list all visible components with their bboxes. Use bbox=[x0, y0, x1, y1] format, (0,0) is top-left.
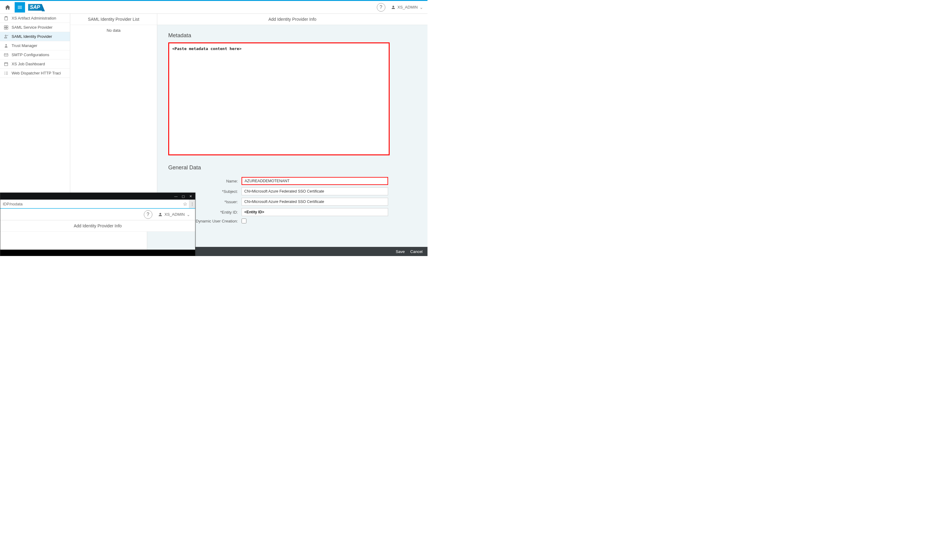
general-data-form: Name: Subject: Issuer: Entity ID: Dynami… bbox=[168, 177, 388, 223]
save-button[interactable]: Save bbox=[396, 249, 405, 254]
network-icon bbox=[4, 71, 9, 76]
bookmark-star-icon[interactable]: ☆ bbox=[181, 201, 189, 207]
sidebar-item-saml-idp[interactable]: SAML Identity Provider bbox=[0, 32, 70, 41]
help-button[interactable]: ? bbox=[377, 3, 385, 12]
user-check-icon bbox=[4, 34, 9, 39]
issuer-input[interactable] bbox=[242, 198, 388, 206]
home-button[interactable] bbox=[2, 2, 13, 12]
maximize-button[interactable]: ▢ bbox=[180, 194, 186, 198]
user-menu[interactable]: XS_ADMIN ⌄ bbox=[389, 5, 425, 10]
user-name-label: XS_ADMIN bbox=[397, 5, 418, 9]
overlay-app-header: ? XS_ADMIN ⌄ bbox=[0, 209, 195, 220]
user-icon bbox=[391, 5, 396, 10]
idp-list-empty: No data bbox=[70, 25, 157, 36]
sidebar-item-trust-manager[interactable]: Trust Manager bbox=[0, 41, 70, 50]
user-icon bbox=[158, 212, 163, 217]
sidebar-item-xs-artifact[interactable]: XS Artifact Administration bbox=[0, 14, 70, 23]
content-panel: Add Identity Provider Info Metadata Gene… bbox=[157, 14, 428, 247]
metadata-textarea[interactable] bbox=[168, 42, 390, 155]
question-icon: ? bbox=[380, 5, 382, 10]
sidebar-item-label: XS Job Dashboard bbox=[12, 62, 45, 66]
subject-input[interactable] bbox=[242, 188, 388, 195]
overlay-address-bar: ☆ ⋮ bbox=[0, 200, 195, 209]
user-icon bbox=[4, 43, 9, 48]
home-icon bbox=[5, 4, 11, 10]
content-title: Add Identity Provider Info bbox=[157, 14, 428, 25]
name-label: Name: bbox=[168, 179, 242, 183]
app-header: SAP ? XS_ADMIN ⌄ bbox=[0, 1, 428, 14]
metadata-section-title: Metadata bbox=[168, 32, 416, 39]
clipboard-icon bbox=[4, 16, 9, 21]
menu-toggle-button[interactable] bbox=[15, 2, 25, 12]
sap-logo: SAP bbox=[28, 4, 42, 11]
chevron-down-icon: ⌄ bbox=[186, 212, 190, 217]
overlay-footer-bar bbox=[0, 250, 195, 256]
overlay-body bbox=[0, 231, 195, 250]
sidebar-item-label: SAML Identity Provider bbox=[12, 34, 52, 39]
sidebar-item-label: SMTP Configurations bbox=[12, 52, 49, 57]
general-data-section-title: General Data bbox=[168, 165, 416, 171]
entity-id-input[interactable] bbox=[242, 208, 388, 216]
close-button[interactable]: ✕ bbox=[187, 194, 194, 198]
grid-icon bbox=[4, 25, 9, 30]
sidebar-item-web-dispatcher[interactable]: Web Dispatcher HTTP Traci bbox=[0, 69, 70, 78]
question-icon: ? bbox=[146, 212, 149, 217]
sidebar-item-label: Trust Manager bbox=[12, 43, 37, 48]
name-input[interactable] bbox=[242, 177, 388, 185]
sidebar-item-label: XS Artifact Administration bbox=[12, 16, 56, 20]
overlay-user-menu[interactable]: XS_ADMIN ⌄ bbox=[156, 212, 192, 217]
calendar-icon bbox=[4, 62, 9, 66]
cancel-button[interactable]: Cancel bbox=[410, 249, 423, 254]
overlay-user-name-label: XS_ADMIN bbox=[165, 212, 185, 217]
footer-bar: Save Cancel bbox=[196, 247, 428, 256]
overlay-window: — ▢ ✕ ☆ ⋮ ? XS_ADMIN ⌄ Add Identity Prov… bbox=[0, 192, 196, 256]
mail-icon bbox=[4, 52, 9, 57]
chevron-down-icon: ⌄ bbox=[419, 5, 423, 10]
browser-menu-icon[interactable]: ⋮ bbox=[189, 200, 195, 208]
sidebar-item-xs-job[interactable]: XS Job Dashboard bbox=[0, 60, 70, 69]
sidebar-item-smtp[interactable]: SMTP Configurations bbox=[0, 50, 70, 60]
idp-list-title: SAML Identity Provider List bbox=[70, 14, 157, 25]
hamburger-icon bbox=[17, 5, 23, 10]
dynamic-user-checkbox[interactable] bbox=[242, 218, 246, 223]
sidebar-item-label: Web Dispatcher HTTP Traci bbox=[12, 71, 61, 75]
overlay-titlebar: — ▢ ✕ bbox=[0, 193, 195, 200]
overlay-help-button[interactable]: ? bbox=[144, 210, 152, 219]
address-input[interactable] bbox=[0, 200, 181, 208]
overlay-content-title: Add Identity Provider Info bbox=[0, 220, 195, 231]
sidebar-item-saml-sp[interactable]: SAML Service Provider bbox=[0, 23, 70, 32]
sidebar-item-label: SAML Service Provider bbox=[12, 25, 52, 29]
minimize-button[interactable]: — bbox=[173, 194, 179, 198]
